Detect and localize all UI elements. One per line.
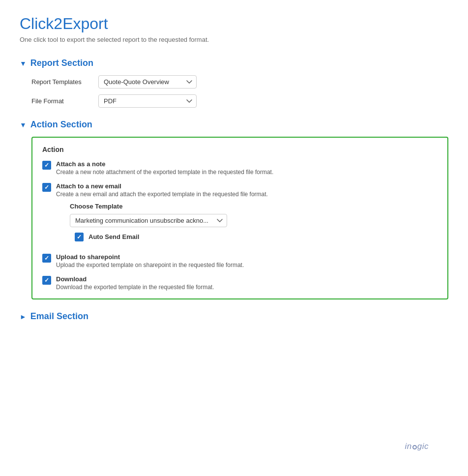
sharepoint-title: Upload to sharepoint <box>56 253 438 261</box>
auto-send-row: ✓ Auto Send Email <box>75 232 438 241</box>
auto-send-checkmark: ✓ <box>77 234 82 240</box>
action-section-header: ▼ Action Section <box>20 119 448 130</box>
attach-note-desc: Create a new note attachment of the expo… <box>56 169 438 176</box>
template-select-row: Marketing communication unsubscribe ackn… <box>70 214 438 227</box>
action-section-toggle[interactable]: ▼ <box>20 121 27 129</box>
email-section-toggle[interactable]: ► <box>20 313 27 321</box>
attach-email-content: Attach to a new email Create a new email… <box>56 182 438 246</box>
report-templates-row: Report Templates Quote-Quote Overview Qu… <box>31 75 448 89</box>
action-section-title: Action Section <box>30 119 92 130</box>
report-templates-select[interactable]: Quote-Quote Overview Quote-Quote Detail … <box>98 75 197 89</box>
report-section-content: Report Templates Quote-Quote Overview Qu… <box>20 75 448 108</box>
attach-note-checkbox[interactable]: ✓ <box>42 161 51 170</box>
attach-email-checkbox[interactable]: ✓ <box>42 183 51 192</box>
brand-text-gic: gic <box>417 442 429 451</box>
branding: in gic <box>405 442 429 451</box>
file-format-row: File Format PDF Word Excel <box>31 94 448 108</box>
download-content: Download Download the exported template … <box>56 275 438 291</box>
attach-email-title: Attach to a new email <box>56 182 438 190</box>
download-desc: Download the exported template in the re… <box>56 284 438 291</box>
action-item-attach-note: ✓ Attach as a note Create a new note att… <box>42 160 438 176</box>
email-section-header: ► Email Section <box>20 311 448 322</box>
sharepoint-content: Upload to sharepoint Upload the exported… <box>56 253 438 268</box>
choose-template-label: Choose Template <box>70 203 438 210</box>
download-checkbox[interactable]: ✓ <box>42 276 51 285</box>
report-section-header: ▼ Report Section <box>20 58 448 68</box>
sharepoint-desc: Upload the exported template on sharepoi… <box>56 262 438 268</box>
sharepoint-checkbox[interactable]: ✓ <box>42 254 51 263</box>
file-format-select[interactable]: PDF Word Excel <box>98 94 197 108</box>
email-section-title: Email Section <box>30 311 88 322</box>
choose-template-section: Choose Template Marketing communication … <box>70 203 438 241</box>
report-section-toggle[interactable]: ▼ <box>20 60 27 67</box>
attach-note-title: Attach as a note <box>56 160 438 168</box>
app-subtitle: One click tool to export the selected re… <box>20 36 448 43</box>
action-box-title: Action <box>42 146 438 153</box>
report-templates-label: Report Templates <box>31 78 90 86</box>
auto-send-checkbox[interactable]: ✓ <box>75 233 84 241</box>
auto-send-label: Auto Send Email <box>88 233 139 240</box>
attach-note-content: Attach as a note Create a new note attac… <box>56 160 438 176</box>
download-checkmark: ✓ <box>44 277 49 283</box>
auto-send-checkbox-wrapper[interactable]: ✓ <box>75 233 84 241</box>
action-item-download: ✓ Download Download the exported templat… <box>42 275 438 291</box>
attach-email-desc: Create a new email and attach the export… <box>56 191 438 198</box>
action-item-sharepoint: ✓ Upload to sharepoint Upload the export… <box>42 253 438 268</box>
attach-email-checkmark: ✓ <box>44 184 49 190</box>
download-checkbox-wrapper[interactable]: ✓ <box>42 276 51 285</box>
report-section-title: Report Section <box>30 58 93 68</box>
download-title: Download <box>56 275 438 283</box>
sharepoint-checkmark: ✓ <box>44 255 49 261</box>
app-title: Click2Export <box>20 15 448 33</box>
action-box: Action ✓ Attach as a note Create a new n… <box>31 137 448 299</box>
attach-note-checkmark: ✓ <box>44 162 49 168</box>
attach-email-checkbox-wrapper[interactable]: ✓ <box>42 183 51 192</box>
brand-circle-icon <box>412 445 417 449</box>
brand-text-in: in <box>405 442 412 451</box>
file-format-label: File Format <box>31 97 90 105</box>
sharepoint-checkbox-wrapper[interactable]: ✓ <box>42 254 51 263</box>
action-item-attach-email: ✓ Attach to a new email Create a new ema… <box>42 182 438 246</box>
attach-note-checkbox-wrapper[interactable]: ✓ <box>42 161 51 170</box>
choose-template-select[interactable]: Marketing communication unsubscribe ackn… <box>70 214 227 227</box>
